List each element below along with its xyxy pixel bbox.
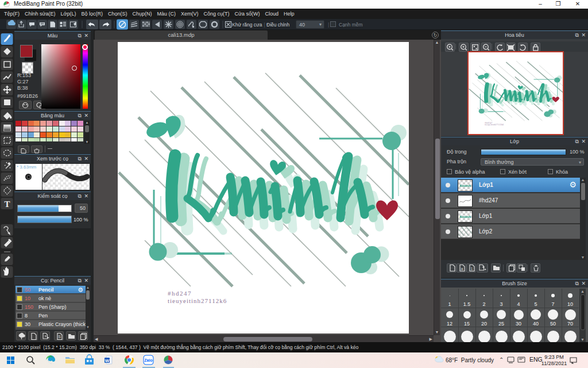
svg-text:W: W <box>105 358 110 363</box>
svg-text:Zalo: Zalo <box>144 358 152 362</box>
svg-text:T: T <box>4 200 10 209</box>
svg-text:1: 1 <box>471 267 473 271</box>
svg-text:⌃: ⌃ <box>499 356 504 363</box>
svg-text:68°F Partly cloudy: 68°F Partly cloudy <box>446 357 494 363</box>
svg-text:9:23 PM: 9:23 PM <box>544 354 564 360</box>
svg-text:ENG: ENG <box>529 356 543 363</box>
svg-text:Kminh: Kminh <box>459 214 471 219</box>
svg-text:11/28/2021: 11/28/2021 <box>541 361 567 366</box>
svg-text:S: S <box>58 335 61 339</box>
svg-text:a: a <box>461 267 463 271</box>
svg-text:Kminh: Kminh <box>459 183 471 188</box>
